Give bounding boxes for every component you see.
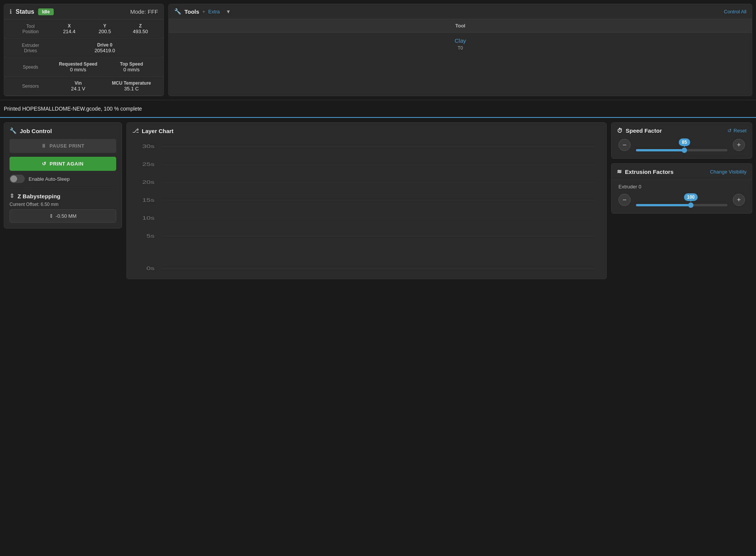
- extrusion-icon: ≋: [617, 168, 622, 175]
- svg-text:10s: 10s: [142, 215, 154, 221]
- tools-dropdown-icon[interactable]: ▼: [226, 9, 231, 14]
- y-value: 200.5: [87, 29, 122, 34]
- tool-table-header: Tool: [169, 19, 752, 33]
- speed-factor-icon: ⏱: [617, 127, 623, 134]
- print-label: PRINT AGAIN: [50, 161, 84, 167]
- tools-label: Tools: [184, 8, 199, 15]
- speed-slider-thumb[interactable]: [682, 148, 687, 153]
- progress-text: Printed HOPESMALLDOME-NEW.gcode, 100 % c…: [4, 106, 142, 112]
- auto-sleep-toggle[interactable]: [10, 175, 25, 183]
- tool-id: T0: [174, 45, 746, 51]
- top-speed-header: Top Speed: [105, 61, 158, 67]
- top-speed-value: 0 mm/s: [105, 67, 158, 72]
- extrusion-plus-button[interactable]: +: [733, 194, 745, 206]
- pause-icon: ⏸: [41, 143, 46, 149]
- job-control-title: Job Control: [20, 128, 52, 134]
- extruder-label: Extruder 0: [612, 180, 752, 190]
- layer-chart-icon: ⎇: [132, 127, 139, 134]
- extrusion-minus-button[interactable]: −: [618, 194, 631, 206]
- layer-chart-svg: 30s 25s 20s 15s 10s 5s 0s: [132, 143, 601, 272]
- speed-factor-title-text: Speed Factor: [626, 127, 662, 134]
- job-control-panel: 🔧 Job Control ⏸ PAUSE PRINT ↺ PRINT AGAI…: [4, 122, 122, 228]
- speeds-row: Speeds Requested Speed 0 mm/s Top Speed …: [4, 58, 163, 77]
- speed-factor-reset-button[interactable]: ↺ Reset: [727, 128, 746, 133]
- speed-factor-panel: ⏱ Speed Factor ↺ Reset − 85 +: [611, 122, 752, 159]
- z-header: Z: [123, 23, 158, 29]
- vin-value: 24.1 V: [51, 86, 105, 92]
- vin-header: Vin: [51, 80, 105, 86]
- extruder-drives-row: Extruder Drives Drive 0 205419.0: [4, 39, 163, 58]
- toggle-knob: [10, 175, 17, 182]
- drive0-header: Drive 0: [51, 42, 158, 48]
- speed-minus-button[interactable]: −: [618, 139, 631, 151]
- sensors-label: Sensors: [10, 84, 51, 89]
- speed-slider-fill: [636, 149, 684, 151]
- status-mode: Mode: FFF: [130, 8, 158, 15]
- svg-text:20s: 20s: [142, 179, 154, 185]
- z-value: 493.50: [123, 29, 158, 34]
- info-icon: ℹ: [10, 8, 12, 15]
- tool-position-label: Tool Position: [10, 24, 51, 34]
- extrusion-slider-wrapper: 100: [636, 193, 727, 206]
- print-again-button[interactable]: ↺ PRINT AGAIN: [10, 157, 116, 171]
- z-offset-icon: ⇕: [49, 213, 53, 219]
- svg-text:0s: 0s: [146, 265, 154, 271]
- reset-label: Reset: [734, 128, 746, 133]
- y-header: Y: [87, 23, 122, 29]
- job-control-icon: 🔧: [10, 127, 17, 134]
- progress-section: Printed HOPESMALLDOME-NEW.gcode, 100 % c…: [0, 100, 756, 118]
- extrusion-slider-thumb[interactable]: [688, 202, 694, 208]
- tools-panel: 🔧 Tools + Extra ▼ Control All Tool Clay …: [168, 4, 752, 96]
- drive0-value: 205419.0: [51, 48, 158, 53]
- pause-print-button[interactable]: ⏸ PAUSE PRINT: [10, 139, 116, 153]
- extrusion-slider-fill: [636, 204, 691, 206]
- sensors-row: Sensors Vin 24.1 V MCU Temperature 35.1 …: [4, 77, 163, 96]
- svg-text:25s: 25s: [142, 161, 154, 167]
- svg-text:15s: 15s: [142, 197, 154, 203]
- reset-icon: ↺: [727, 128, 732, 133]
- z-offset-value: ⇕ -0.50 MM: [10, 209, 116, 223]
- speeds-label: Speeds: [10, 64, 51, 70]
- right-column: ⏱ Speed Factor ↺ Reset − 85 +: [611, 122, 752, 214]
- status-badge: Idle: [38, 8, 54, 15]
- tools-extra-link[interactable]: Extra: [208, 9, 219, 14]
- extrusion-slider-track[interactable]: [636, 204, 727, 206]
- change-visibility-button[interactable]: Change Visibility: [710, 169, 746, 175]
- status-label: Status: [16, 8, 34, 15]
- status-panel: ℹ Status Idle Mode: FFF Tool Position X …: [4, 4, 164, 96]
- svg-text:5s: 5s: [146, 233, 154, 239]
- extrusion-factors-panel: ≋ Extrusion Factors Change Visibility Ex…: [611, 163, 752, 214]
- extrusion-tooltip: 100: [684, 193, 698, 201]
- auto-sleep-label: Enable Auto-Sleep: [29, 176, 70, 182]
- pause-label: PAUSE PRINT: [50, 143, 85, 149]
- divider: [10, 188, 116, 188]
- tools-body: Tool Clay T0: [169, 19, 752, 55]
- layer-chart-panel: ⎇ Layer Chart 30s 25s 20s 15s 10s 5s 0s: [127, 122, 607, 279]
- tools-icon: 🔧: [174, 8, 181, 15]
- print-icon: ↺: [42, 161, 46, 167]
- extrusion-title-text: Extrusion Factors: [625, 169, 674, 175]
- x-header: X: [51, 23, 87, 29]
- layer-chart-title: Layer Chart: [142, 128, 173, 134]
- tool-item[interactable]: Clay T0: [169, 33, 752, 55]
- tool-position-row: Tool Position X 214.4 Y 200.5 Z 493.50: [4, 19, 163, 39]
- speed-tooltip: 85: [679, 138, 690, 146]
- tools-plus: +: [202, 9, 205, 14]
- requested-speed-value: 0 mm/s: [51, 67, 105, 72]
- svg-text:30s: 30s: [142, 143, 154, 149]
- z-babystepping-title: Z Babystepping: [18, 193, 61, 199]
- mcu-value: 35.1 C: [105, 86, 158, 92]
- tool-name: Clay: [174, 37, 746, 44]
- speed-plus-button[interactable]: +: [733, 139, 745, 151]
- x-value: 214.4: [51, 29, 87, 34]
- tools-control-all-button[interactable]: Control All: [724, 9, 746, 14]
- speed-slider-wrapper: 85: [636, 138, 727, 151]
- extruder-drives-label: Extruder Drives: [10, 43, 51, 53]
- mcu-header: MCU Temperature: [105, 80, 158, 86]
- z-offset-label: Current Offset: 6.50 mm: [10, 202, 116, 207]
- z-baby-icon: ⇕: [10, 193, 14, 199]
- requested-speed-header: Requested Speed: [51, 61, 105, 67]
- speed-slider-track[interactable]: [636, 149, 727, 151]
